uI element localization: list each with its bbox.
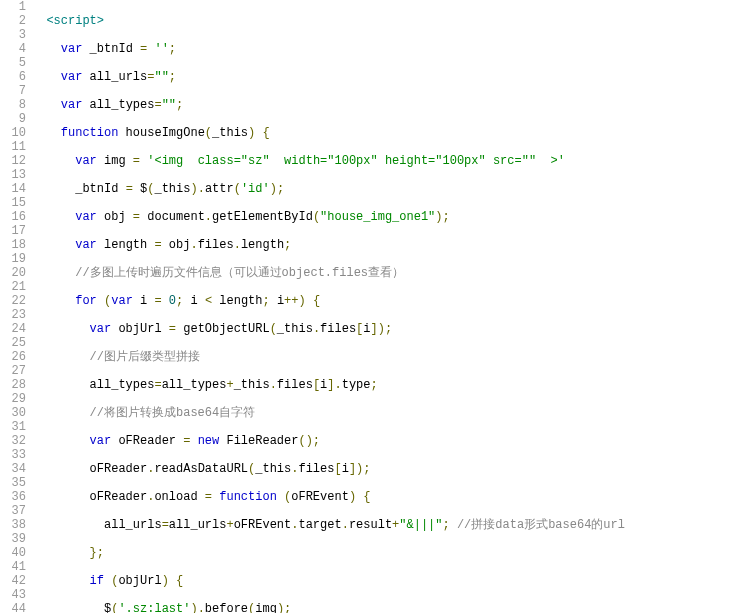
code-editor: 12345678910 11121314151617181920 2122232… xyxy=(0,0,747,613)
line-number-gutter: 12345678910 11121314151617181920 2122232… xyxy=(0,0,32,613)
code-content[interactable]: <script> var _btnId = ''; var all_urls="… xyxy=(32,0,747,613)
